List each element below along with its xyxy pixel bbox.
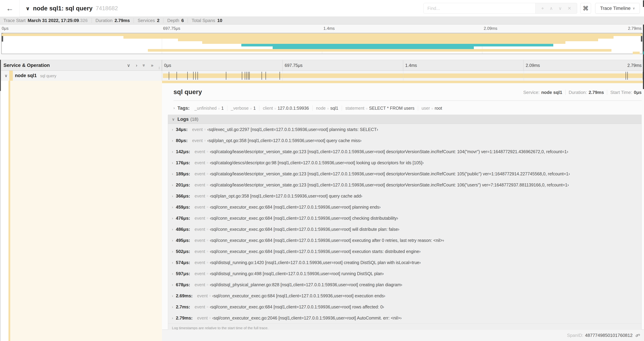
tag-value: sql1 [330, 106, 338, 111]
keyboard-shortcuts-button[interactable]: ⌘ [580, 3, 591, 14]
locate-icon[interactable]: ⌖ [541, 6, 544, 11]
chevron-right-icon[interactable]: › [172, 150, 173, 154]
span-detail-section: sql query Service:node sql1Duration:2.79… [0, 81, 644, 341]
expand-one-icon[interactable]: › [136, 63, 137, 68]
right-scrollbar[interactable] [643, 0, 644, 7]
span-operation-title: sql query [174, 88, 202, 96]
clear-search-icon[interactable]: ✕ [568, 6, 571, 11]
equals-sign: = [218, 107, 220, 110]
chevron-right-icon[interactable]: › [172, 305, 173, 309]
log-row[interactable]: ›476μs:event=‹sql/conn_executor_exec.go:… [168, 213, 642, 224]
chevron-down-icon[interactable]: ∨ [26, 5, 30, 12]
back-button[interactable]: ← [0, 0, 20, 17]
equals-sign: = [209, 294, 211, 298]
log-row[interactable]: ›486μs:event=‹sql/conn_executor_exec.go:… [168, 224, 642, 235]
right-scrollbar[interactable] [643, 54, 644, 89]
collapse-all-icon[interactable]: » [142, 64, 146, 66]
tag-item: node=sql1 [316, 106, 338, 111]
log-row[interactable]: ›80μs:event=‹sql/plan_opt.go:358 [nsql1,… [168, 135, 642, 146]
prev-match-icon[interactable]: ∧ [550, 6, 553, 11]
chevron-right-icon[interactable]: › [172, 238, 173, 242]
tag-value: root [435, 106, 442, 111]
log-row[interactable]: ›2.69ms:event=‹sql/conn_executor_exec.go… [168, 290, 642, 301]
chevron-right-icon[interactable]: › [172, 261, 173, 265]
chevron-right-icon[interactable]: › [172, 128, 173, 132]
tag-key: node [316, 106, 326, 111]
next-match-icon[interactable]: ∨ [558, 6, 562, 11]
log-row[interactable]: ›459μs:event=‹sql/conn_executor_exec.go:… [168, 201, 642, 213]
stat-value-suffix: .326 [79, 18, 88, 23]
view-dropdown-button[interactable]: Trace Timeline ∨ [595, 3, 640, 14]
log-row[interactable]: ›502μs:event=‹sql/conn_executor_exec.go:… [168, 246, 642, 257]
left-scrollbar[interactable] [0, 60, 1, 91]
log-row[interactable]: ›34μs:event=‹sql/exec_util.go:2297 [nsql… [168, 124, 642, 135]
chevron-right-icon[interactable]: › [172, 249, 173, 253]
log-row[interactable]: ›366μs:event=‹sql/plan_opt.go:358 [nsql1… [168, 190, 642, 201]
log-row[interactable]: ›678μs:event=‹sql/distsql_physical_plann… [168, 279, 642, 290]
link-icon[interactable] [635, 333, 640, 338]
collapse-one-icon[interactable]: ∨ [127, 63, 130, 68]
spanid-row: SpanID: 4877749850101760812 [162, 330, 644, 341]
log-field-key: event [194, 182, 205, 187]
find-input[interactable] [424, 3, 536, 14]
log-row[interactable]: ›2.79ms:event=‹sql/conn_executor_exec.go… [168, 312, 642, 323]
timeline-axis-label: 2.09ms [524, 60, 644, 71]
chevron-right-icon[interactable]: › [172, 161, 173, 165]
equals-sign: = [206, 261, 208, 264]
chevron-right-icon[interactable]: › [172, 227, 173, 231]
top-bar: ← ∨ node sql1: sql query 7418682 ⌖ ∧ ∨ ✕… [0, 0, 644, 17]
meta-value: 2.79ms [588, 90, 604, 95]
log-event-tick [226, 72, 226, 80]
log-row[interactable]: ›574μs:event=‹sql/distsql_running.go:142… [168, 257, 642, 268]
span-color-bar [8, 81, 10, 341]
span-meta: Service:node sql1Duration:2.79msStart Ti… [523, 87, 642, 98]
log-field-value: ‹sql/catalog/descs/descriptor.go:98 [nsq… [210, 160, 424, 165]
log-row[interactable]: ›201μs:event=‹sql/catalog/lease/descript… [168, 179, 642, 190]
minimap-canvas[interactable] [2, 33, 642, 54]
logs-accordion: ∨ Logs (18) ›34μs:event=‹sql/exec_util.g… [168, 115, 642, 332]
log-field-key: event [194, 149, 205, 154]
log-field-key: event [194, 194, 205, 199]
log-row[interactable]: ›142μs:event=‹sql/catalog/lease/descript… [168, 146, 642, 157]
equals-sign: = [204, 139, 206, 142]
span-row[interactable]: ∨ node sql1 sql query [0, 71, 644, 81]
log-field-value: ‹sql/distsql_running.go:1420 [nsql1,clie… [210, 260, 421, 265]
span-row-name-column[interactable]: ∨ node sql1 sql query [0, 71, 162, 81]
minimap-axis: 0μs697.75μs1.4ms2.09ms2.79ms [0, 26, 644, 32]
equals-sign: = [206, 216, 208, 220]
log-field-key: event [194, 227, 205, 232]
span-row-timeline[interactable] [162, 71, 644, 81]
span-duration-bar[interactable] [163, 74, 642, 78]
chevron-right-icon[interactable]: › [172, 283, 173, 287]
log-field-value: ‹sql/plan_opt.go:358 [nsql1,client=127.0… [210, 194, 362, 199]
logs-header[interactable]: ∨ Logs (18) [168, 115, 642, 124]
chevron-right-icon[interactable]: › [172, 205, 173, 209]
timeline-axis-label: 0μs [162, 60, 282, 71]
chevron-right-icon[interactable]: › [172, 216, 173, 220]
trace-stats-bar: Trace StartMarch 31 2022, 17:25:09.326Du… [0, 17, 644, 25]
expand-all-icon[interactable]: » [151, 63, 154, 68]
chevron-right-icon[interactable]: › [174, 106, 175, 110]
log-field-key: event [192, 138, 203, 143]
chevron-right-icon[interactable]: › [172, 183, 173, 187]
chevron-right-icon[interactable]: › [172, 316, 173, 320]
chevron-right-icon[interactable]: › [172, 194, 173, 198]
trace-title-group[interactable]: ∨ node sql1: sql query 7418682 [26, 0, 118, 17]
chevron-right-icon[interactable]: › [172, 272, 173, 276]
log-row[interactable]: ›176μs:event=‹sql/catalog/descs/descript… [168, 157, 642, 168]
log-row[interactable]: ›495μs:event=‹sql/conn_executor_exec.go:… [168, 235, 642, 246]
tags-row[interactable]: › Tags: _unfinished=1_verbose=1client=12… [174, 104, 642, 113]
chevron-right-icon[interactable]: › [172, 139, 173, 143]
right-scrollbar[interactable] [643, 25, 644, 52]
chevron-down-icon[interactable]: ∨ [4, 73, 8, 78]
chevron-right-icon[interactable]: › [172, 172, 173, 176]
equals-sign: = [206, 305, 208, 309]
log-field-value: ‹sql/exec_util.go:2297 [nsql1,client=127… [207, 127, 378, 132]
chevron-right-icon[interactable]: › [172, 294, 173, 298]
log-row[interactable]: ›2.7ms:event=‹sql/conn_executor_exec.go:… [168, 301, 642, 312]
span-service-name: node sql1 [15, 73, 37, 78]
equals-sign: = [206, 239, 208, 242]
column-resize-grip[interactable]: ‖ [158, 66, 160, 70]
log-row[interactable]: ›189μs:event=‹sql/catalog/lease/descript… [168, 168, 642, 179]
log-row[interactable]: ›597μs:event=‹sql/distsql_running.go:498… [168, 268, 642, 279]
